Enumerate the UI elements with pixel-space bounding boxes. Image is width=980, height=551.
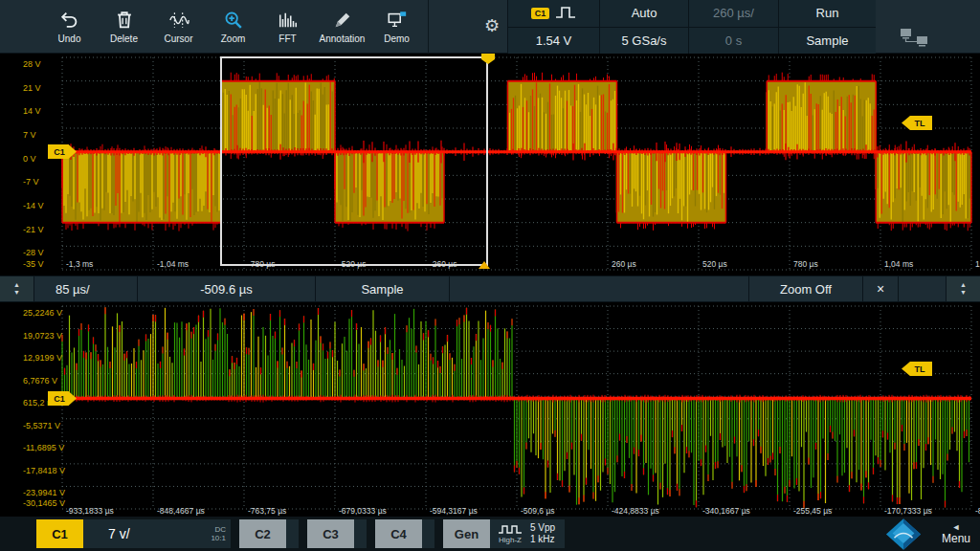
zoom-y-axis-label: -30,1465 V	[23, 498, 65, 508]
main-x-axis-label: 260 µs	[612, 259, 636, 269]
main-x-axis-label: -1,04 ms	[157, 259, 189, 269]
cursor-label: Cursor	[164, 33, 192, 44]
zoom-y-axis-label: 12,9199 V	[23, 353, 62, 363]
zoom-y-axis-label: -17,8418 V	[23, 466, 65, 475]
zoom-label: Zoom	[221, 33, 246, 44]
zoom-y-axis-label: 25,2246 V	[23, 308, 62, 318]
channel-c1-tab[interactable]: C1	[36, 519, 83, 548]
undo-label: Undo	[58, 33, 81, 44]
fft-icon	[278, 10, 299, 31]
trigger-mode-cell[interactable]: Auto	[600, 0, 688, 27]
demo-icon	[387, 10, 408, 31]
channel-c2-stub	[286, 519, 299, 548]
generator-control[interactable]: Gen High-Z 5 Vpp 1 kHz	[443, 519, 565, 548]
trigger-source-chip: C1	[531, 8, 550, 19]
c1-probe-ratio: 10:1	[211, 534, 226, 542]
zoom-y-axis-label: -23,9941 V	[23, 488, 65, 497]
settings-gear-button[interactable]: ⚙	[480, 13, 503, 38]
channel-c2-tab[interactable]: C2	[239, 519, 286, 548]
menu-button[interactable]: ◄ Menu	[942, 522, 970, 545]
oscilloscope-app: Undo Delete Cursor Zoom	[0, 0, 980, 551]
main-y-axis-label: -35 V	[23, 259, 44, 269]
zoom-position-readout[interactable]: -509.6 µs	[138, 276, 316, 301]
zoom-off-button[interactable]: Zoom Off	[748, 276, 863, 301]
undo-icon	[59, 10, 80, 31]
annotation-button[interactable]: Annotation	[315, 0, 369, 54]
main-y-axis-label: 0 V	[23, 154, 36, 164]
run-state-cell[interactable]: Run	[779, 0, 876, 27]
rohde-schwarz-logo	[885, 518, 922, 551]
square-wave-icon	[498, 524, 523, 535]
trigger-source-cell[interactable]: C1	[508, 0, 599, 27]
zoom-x-axis-label: -933,1833 µs	[66, 506, 114, 516]
acquire-mode-cell[interactable]: Sample	[779, 28, 876, 55]
zoom-y-axis-label: -5,5371 V	[23, 421, 60, 430]
zoom-waveform-display[interactable]: 25,2246 V19,0723 V12,9199 V6,7676 V615,2…	[0, 302, 980, 517]
zoom-window-rect[interactable]	[220, 56, 488, 266]
channel-c3-tab[interactable]: C3	[307, 519, 354, 548]
zoom-timebase-readout[interactable]: 85 µs/	[34, 276, 138, 301]
zoom-waveform-canvas: 25,2246 V19,0723 V12,9199 V6,7676 V615,2…	[0, 302, 980, 517]
main-x-axis-label: 1,04 ms	[884, 259, 913, 269]
toolbar-buttons: Undo Delete Cursor Zoom	[42, 0, 429, 54]
main-x-axis-label: 780 µs	[793, 259, 818, 269]
main-y-axis-label: 28 V	[23, 59, 41, 69]
zoom-y-axis-label: -11,6895 V	[23, 443, 64, 452]
generator-impedance: High-Z	[499, 536, 522, 544]
generator-settings[interactable]: High-Z 5 Vpp 1 kHz	[490, 519, 565, 548]
zoom-x-axis-label: -509,6 µs	[521, 506, 555, 516]
trigger-level-cell[interactable]: 1.54 V	[508, 28, 599, 55]
fft-label: FFT	[278, 33, 296, 44]
demo-button[interactable]: Demo	[369, 0, 424, 54]
cursor-button[interactable]: Cursor	[151, 0, 206, 54]
zoom-close-button[interactable]: ×	[863, 276, 899, 301]
main-waveform-canvas: 28 V21 V14 V7 V0 V-7 V-14 V-21 V-28 V-35…	[0, 54, 980, 276]
main-y-axis-label: -7 V	[23, 177, 39, 187]
horizontal-position-cell[interactable]: 0 s	[689, 28, 778, 55]
channel-c4-stub	[422, 519, 434, 548]
channel-c3-control[interactable]: C3	[307, 519, 367, 548]
undo-button[interactable]: Undo	[42, 0, 97, 54]
pencil-icon	[332, 10, 353, 31]
close-icon: ×	[877, 281, 884, 297]
generator-amplitude: 5 Vpp	[530, 522, 555, 534]
delete-button[interactable]: Delete	[97, 0, 151, 54]
fft-button[interactable]: FFT	[260, 0, 315, 54]
main-waveform-display[interactable]: 28 V21 V14 V7 V0 V-7 V-14 V-21 V-28 V-35…	[0, 54, 980, 276]
trigger-slope-icon	[555, 6, 576, 21]
channel-c2-control[interactable]: C2	[239, 519, 299, 548]
channel-c1-control[interactable]: C1 7 v/ DC 10:1	[36, 519, 231, 548]
annotation-label: Annotation	[320, 33, 366, 44]
channel-c4-tab[interactable]: C4	[375, 519, 422, 548]
c1-coupling-probe: DC 10:1	[211, 525, 226, 542]
generator-tab[interactable]: Gen	[443, 519, 490, 548]
zoom-scale-spinner[interactable]: ▲ ▼	[0, 276, 34, 301]
zoom-bar-gap	[899, 276, 946, 301]
zoom-toolbar: ▲ ▼ 85 µs/ -509.6 µs Sample Zoom Off × ▲…	[0, 276, 980, 302]
main-x-axis-label: 520 µs	[702, 259, 727, 269]
main-x-axis-label: 1,3 ms	[975, 259, 980, 269]
c1-coupling: DC	[214, 525, 226, 534]
zoom-button[interactable]: Zoom	[206, 0, 260, 54]
zoom-position-spinner[interactable]: ▲ ▼	[946, 276, 980, 301]
zoom-x-axis-label: -848,4667 µs	[157, 506, 205, 516]
zoom-x-axis-label: -763,75 µs	[248, 506, 286, 516]
generator-values: 5 Vpp 1 kHz	[530, 522, 565, 545]
cursor-icon	[168, 10, 189, 31]
generator-waveform-block: High-Z	[490, 524, 530, 544]
channel-c4-control[interactable]: C4	[375, 519, 434, 548]
spinner-up-icon: ▲	[13, 281, 20, 289]
channel-c1-settings[interactable]: 7 v/ DC 10:1	[83, 519, 231, 548]
sample-rate-cell: 5 GSa/s	[600, 28, 688, 55]
main-y-axis-label: 7 V	[23, 130, 36, 140]
zoom-acquire-mode: Sample	[316, 276, 450, 301]
spinner-up-icon: ▲	[960, 281, 967, 289]
zoom-y-axis-label: 19,0723 V	[23, 331, 62, 341]
zoom-x-axis-label: -679,0333 µs	[339, 506, 387, 516]
menu-arrow-icon: ◄	[952, 522, 961, 532]
trash-icon	[114, 10, 135, 31]
timebase-cell[interactable]: 260 µs/	[689, 0, 778, 27]
main-y-axis-label: -28 V	[23, 248, 44, 257]
main-y-axis-label: 21 V	[23, 83, 41, 93]
channel-bar: C1 7 v/ DC 10:1 C2 C3 C4 Gen	[0, 517, 980, 551]
